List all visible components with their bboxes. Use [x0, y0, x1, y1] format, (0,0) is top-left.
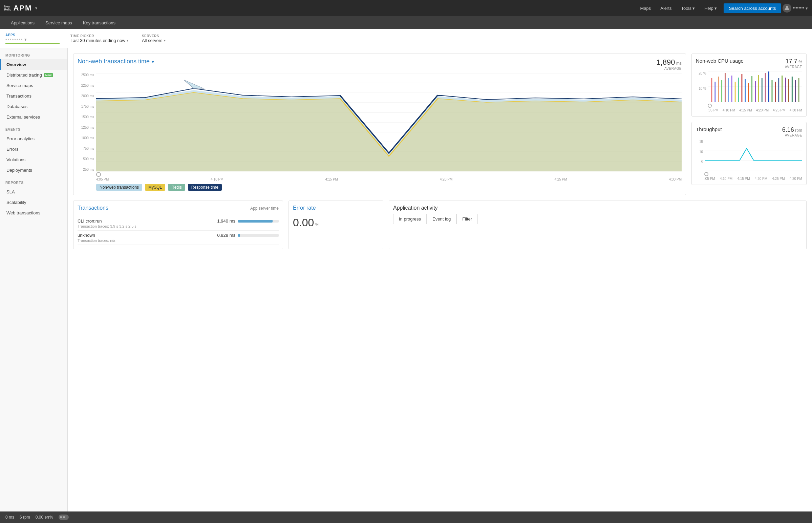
cpu-chart-toggle[interactable]: [708, 104, 802, 108]
transactions-section: Transactions App server time CLI cron:ru…: [73, 200, 283, 249]
servers-label: SERVERS: [142, 34, 166, 38]
transactions-col-label: App server time: [250, 206, 279, 211]
tools-chevron-icon: ▾: [693, 6, 695, 11]
top-navigation: New Relic APM ▾ Maps Alerts Tools ▾ Help…: [0, 0, 812, 16]
nav-help[interactable]: Help ▾: [700, 4, 721, 13]
legend-mysql[interactable]: MySQL: [145, 184, 165, 191]
throughput-toggle-circle[interactable]: [704, 172, 708, 176]
main-chart-dropdown-icon[interactable]: ▾: [152, 59, 154, 65]
main-chart-svg-area[interactable]: [96, 73, 682, 172]
main-chart-card: Non-web transactions time ▾ 1,890 ms AVE…: [73, 54, 686, 195]
apps-value: •••••••• ▾: [5, 37, 60, 42]
cpu-toggle-circle[interactable]: [708, 104, 712, 108]
nav-links: Maps Alerts Tools ▾ Help ▾ Search across…: [636, 3, 808, 13]
main-chart-y-axis: 2500 ms 2250 ms 2000 ms 1750 ms 1500 ms …: [77, 73, 96, 172]
monitoring-section-title: MONITORING: [0, 48, 68, 59]
distributed-tracing-new-badge: New: [44, 73, 54, 77]
cpu-chart-header: Non-web CPU usage 17.7 % AVERAGE: [696, 58, 802, 69]
transaction-row-1: CLI cron:run 1,940 ms Transaction traces…: [77, 216, 279, 231]
main-chart-avg: 1,890 ms AVERAGE: [656, 58, 682, 70]
sidebar-item-deployments[interactable]: Deployments: [0, 165, 68, 176]
activity-event-log-button[interactable]: Event log: [427, 214, 457, 224]
tx-row-1-top: CLI cron:run 1,940 ms: [77, 218, 279, 223]
time-picker-dropdown[interactable]: TIME PICKER Last 30 minutes ending now ▾: [68, 33, 131, 44]
sidebar-item-sla[interactable]: SLA: [0, 187, 68, 197]
status-indicator: [59, 515, 69, 520]
status-ms: 0 ms: [5, 515, 14, 520]
apps-bar: [5, 43, 60, 44]
user-name[interactable]: ••••••••: [793, 6, 804, 11]
reports-section-title: REPORTS: [0, 176, 68, 187]
time-picker-chevron-icon: ▾: [127, 39, 128, 42]
throughput-y-axis: 15 10 5: [696, 140, 704, 170]
chart-toggle[interactable]: [96, 172, 682, 177]
activity-in-progress-button[interactable]: In progress: [393, 214, 427, 224]
servers-chevron-icon: ▾: [164, 39, 166, 42]
tx-traces-1: Transaction traces: 3.9 s 3.2 s 2.5 s: [77, 224, 279, 228]
user-chevron-icon[interactable]: ▾: [806, 6, 808, 11]
status-dot-2: [63, 516, 65, 518]
tx-bar-bg-1: [238, 220, 279, 222]
throughput-x-axis: :05 PM 4:10 PM 4:15 PM 4:20 PM 4:25 PM 4…: [704, 177, 802, 181]
sidebar-item-error-analytics[interactable]: Error analytics: [0, 133, 68, 144]
nav-alerts[interactable]: Alerts: [656, 4, 676, 13]
nav-maps[interactable]: Maps: [636, 4, 655, 13]
error-rate-value: 0.00: [293, 216, 314, 229]
sidebar-item-errors[interactable]: Errors: [0, 144, 68, 155]
tx-name-1[interactable]: CLI cron:run: [77, 218, 102, 223]
activity-filter-button[interactable]: Filter: [457, 214, 478, 224]
tx-name-2[interactable]: unknown: [77, 233, 95, 238]
chart-toggle-circle[interactable]: [96, 172, 101, 177]
cpu-chart-card: Non-web CPU usage 17.7 % AVERAGE 20 % 10…: [691, 54, 807, 116]
servers-dropdown[interactable]: SERVERS All servers ▾: [139, 33, 168, 44]
legend-response-time[interactable]: Response time: [188, 184, 222, 191]
transactions-title[interactable]: Transactions: [77, 205, 108, 211]
error-rate-unit: %: [315, 222, 319, 227]
main-chart-container: 2500 ms 2250 ms 2000 ms 1750 ms 1500 ms …: [77, 73, 682, 191]
time-picker-label: TIME PICKER: [70, 34, 128, 38]
error-rate-value-area: 0.00 %: [293, 216, 379, 229]
main-chart-x-axis: 4:05 PM 4:10 PM 4:15 PM 4:20 PM 4:25 PM …: [96, 178, 682, 181]
throughput-chart-area[interactable]: 15 10 5: [696, 140, 802, 172]
sidebar-item-overview[interactable]: Overview: [0, 59, 68, 70]
sidebar-item-violations[interactable]: Violations: [0, 155, 68, 165]
subnav-service-maps[interactable]: Service maps: [40, 16, 77, 29]
cpu-chart-area[interactable]: 20 % 10 %: [696, 71, 802, 103]
subnav-applications[interactable]: Applications: [5, 16, 40, 29]
status-rpm: 6 rpm: [20, 515, 30, 520]
sub-navigation: Applications Service maps Key transactio…: [0, 16, 812, 29]
tx-value-bar-2: 0.828 ms: [217, 233, 279, 238]
user-avatar[interactable]: [782, 4, 791, 13]
bottom-charts-row: Transactions App server time CLI cron:ru…: [73, 200, 807, 249]
sidebar-item-transactions[interactable]: Transactions: [0, 91, 68, 101]
sidebar-item-external-services[interactable]: External services: [0, 112, 68, 122]
tx-bar-fill-1: [238, 220, 273, 222]
tx-row-2-top: unknown 0.828 ms: [77, 233, 279, 238]
logo[interactable]: New Relic APM ▾: [4, 4, 65, 13]
subnav-key-transactions[interactable]: Key transactions: [77, 16, 121, 29]
tx-traces-2: Transaction traces: n/a: [77, 238, 279, 242]
time-picker-value: Last 30 minutes ending now ▾: [70, 38, 128, 43]
error-rate-section: Error rate 0.00 %: [289, 200, 383, 249]
legend-redis[interactable]: Redis: [168, 184, 185, 191]
search-across-accounts-button[interactable]: Search across accounts: [724, 3, 781, 13]
logo-chevron-icon[interactable]: ▾: [35, 6, 37, 11]
apps-chevron-icon: ▾: [24, 37, 27, 42]
apps-dropdown[interactable]: APPS •••••••• ▾: [5, 33, 60, 44]
sidebar-item-databases[interactable]: Databases: [0, 101, 68, 112]
sidebar-item-service-maps[interactable]: Service maps: [0, 80, 68, 91]
legend-non-web[interactable]: Non-web transactions: [96, 184, 142, 191]
cpu-chart-title: Non-web CPU usage: [696, 58, 744, 64]
throughput-chart-toggle[interactable]: [704, 172, 802, 176]
main-chart-title[interactable]: Non-web transactions time ▾: [77, 58, 154, 65]
nav-tools[interactable]: Tools ▾: [677, 4, 699, 13]
main-content: Non-web transactions time ▾ 1,890 ms AVE…: [68, 48, 812, 523]
sidebar-item-distributed-tracing[interactable]: Distributed tracing New: [0, 70, 68, 80]
sidebar-item-scalability[interactable]: Scalability: [0, 197, 68, 208]
error-rate-title[interactable]: Error rate: [293, 205, 316, 211]
sidebar-item-web-transactions[interactable]: Web transactions: [0, 208, 68, 218]
tx-bar-bg-2: [238, 234, 279, 237]
filter-bar: APPS •••••••• ▾ TIME PICKER Last 30 minu…: [0, 29, 812, 48]
help-chevron-icon: ▾: [715, 6, 717, 11]
throughput-chart-card: Throughput 6.16 rpm AVERAGE 15 10 5: [691, 122, 807, 185]
